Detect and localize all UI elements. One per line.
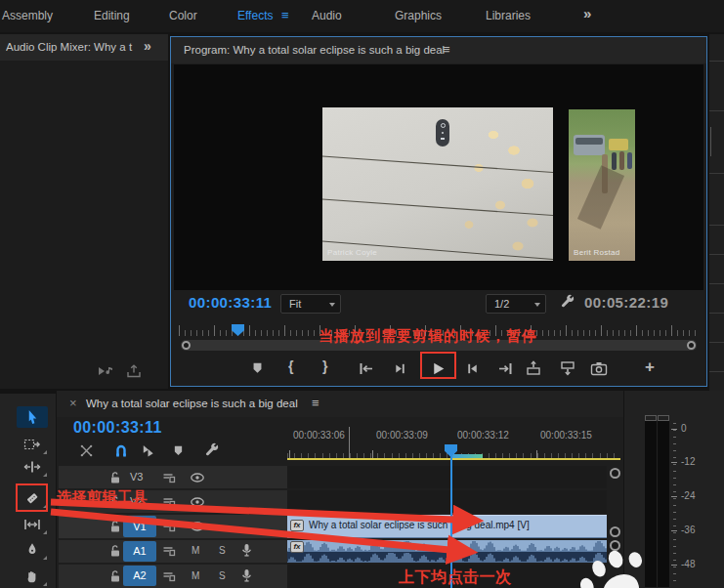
mute-button-a2[interactable]: M (192, 570, 199, 581)
timeline-settings-wrench-icon[interactable] (203, 441, 221, 459)
go-to-in-button[interactable] (353, 357, 378, 380)
timeline-current-timecode[interactable]: 00:00:33:11 (73, 419, 162, 437)
video-frame-left-clip: Patrick Coyle (322, 107, 553, 261)
mark-out-button[interactable]: } (322, 358, 327, 374)
meter-scale-48: -48 (681, 559, 695, 569)
timeline-tab-close-icon[interactable]: × (69, 396, 77, 410)
track-content-v2[interactable] (287, 490, 607, 513)
solo-button-a2[interactable]: S (219, 570, 226, 581)
solo-button-a1[interactable]: S (219, 545, 226, 556)
lock-icon[interactable] (109, 471, 121, 484)
scrollbar-right-handle[interactable] (687, 341, 696, 350)
meter-bar-right (658, 421, 669, 587)
playback-resolution-select[interactable]: 1/2 (486, 294, 546, 314)
linked-selection-icon[interactable] (139, 441, 156, 459)
hand-tool[interactable] (17, 566, 48, 587)
mic-icon[interactable] (240, 568, 253, 583)
van-shape (574, 135, 605, 155)
fx-badge: fx (290, 541, 304, 553)
export-mix-icon[interactable] (124, 363, 144, 379)
track-select-forward-tool[interactable] (17, 434, 48, 455)
selection-arrow-icon (25, 409, 40, 426)
mark-in-button[interactable]: { (288, 358, 293, 374)
track-output-eye-icon[interactable] (190, 496, 205, 508)
nest-toggle-icon[interactable] (77, 441, 95, 459)
extract-button[interactable] (555, 357, 580, 380)
pen-tool[interactable] (17, 539, 48, 561)
workspace-tab-graphics[interactable]: Graphics (395, 9, 442, 22)
zoom-level-value: Fit (289, 298, 301, 310)
timeline-add-marker-icon[interactable] (169, 441, 187, 459)
audio-clip-lower-lane (287, 552, 607, 563)
sync-lock-icon[interactable] (162, 520, 176, 533)
selection-tool[interactable] (17, 406, 48, 428)
workspace-tab-audio[interactable]: Audio (312, 9, 342, 22)
work-area-bar[interactable] (287, 458, 620, 460)
program-tab-title[interactable]: Program: Why a total solar eclipse is su… (184, 44, 445, 56)
program-menu-icon[interactable]: ≡ (443, 42, 450, 57)
track-content-v3[interactable] (287, 466, 607, 488)
workspace-tab-assembly[interactable]: Assembly (2, 9, 53, 22)
sync-lock-icon[interactable] (162, 544, 176, 558)
workspace-bar: Assembly Editing Color Effects ≡ Audio G… (0, 0, 724, 32)
timeline-scroll-handle-top[interactable] (610, 468, 620, 479)
go-to-out-button[interactable] (492, 357, 518, 380)
lift-button[interactable] (521, 357, 546, 380)
program-settings-wrench-icon[interactable] (558, 292, 577, 312)
slip-tool[interactable] (17, 514, 48, 535)
mixer-panel-header: Audio Clip Mixer: Why a t » (0, 34, 168, 61)
left-clip-caption: Patrick Coyle (327, 248, 377, 257)
meter-minor-ticks (673, 423, 676, 585)
play-with-audition-icon[interactable] (97, 363, 116, 379)
mute-button-a1[interactable]: M (192, 545, 199, 556)
mic-icon[interactable] (240, 543, 253, 558)
track-name-v3[interactable]: V3 (130, 471, 143, 483)
workspace-overflow-icon[interactable]: » (583, 5, 591, 21)
ripple-edit-icon (23, 460, 41, 474)
pen-icon (25, 542, 39, 558)
zoom-level-select[interactable]: Fit (280, 294, 341, 314)
track-output-eye-icon[interactable] (190, 521, 205, 532)
video-clip-v1[interactable]: fx Why a total solar eclipse is such a b… (287, 515, 607, 538)
workspace-tab-libraries[interactable]: Libraries (486, 9, 531, 22)
snap-magnet-icon[interactable] (112, 441, 130, 459)
track-target-v1[interactable]: V1 (123, 516, 156, 537)
fx-badge: fx (290, 520, 304, 531)
sync-lock-icon[interactable] (162, 569, 176, 583)
ripple-edit-tool[interactable] (17, 456, 48, 478)
audio-clip-a1[interactable]: fx (287, 540, 607, 563)
track-target-a2[interactable]: A2 (123, 566, 156, 586)
track-select-icon (23, 438, 41, 451)
mixer-overflow-icon[interactable]: » (144, 38, 151, 54)
video-frame-right-clip: Berit Rostad (569, 109, 635, 261)
button-editor-plus[interactable]: + (645, 357, 655, 377)
lock-icon[interactable] (109, 544, 121, 558)
lock-icon[interactable] (109, 569, 121, 583)
play-button[interactable] (425, 357, 450, 380)
sync-lock-icon[interactable] (162, 471, 176, 484)
workspace-tab-color[interactable]: Color (169, 9, 197, 22)
step-back-button[interactable] (387, 357, 412, 380)
timeline-tab-title[interactable]: Why a total solar eclipse is such a big … (86, 398, 298, 409)
sync-lock-icon[interactable] (162, 495, 176, 509)
add-marker-button[interactable] (244, 357, 270, 380)
track-target-a1[interactable]: A1 (123, 541, 156, 562)
slip-icon (23, 518, 41, 531)
razor-tool[interactable] (17, 487, 48, 509)
scrollbar-left-handle[interactable] (182, 341, 191, 350)
program-current-timecode[interactable]: 00:00:33:11 (189, 294, 272, 311)
export-frame-camera-button[interactable] (586, 357, 612, 380)
track-output-eye-icon[interactable] (190, 472, 205, 483)
playback-resolution-value: 1/2 (494, 298, 509, 310)
workspace-tab-effects[interactable]: Effects (237, 9, 273, 22)
track-header-a2: A2 M S (59, 565, 287, 588)
workspace-menu-icon[interactable]: ≡ (281, 8, 289, 22)
step-forward-button[interactable] (459, 357, 485, 380)
timeline-menu-icon[interactable]: ≡ (312, 396, 319, 410)
tools-panel (0, 394, 56, 588)
lock-icon[interactable] (109, 520, 121, 533)
mixer-tab-title[interactable]: Audio Clip Mixer: Why a t (6, 41, 137, 53)
meter-scale-36: -36 (681, 525, 695, 535)
workspace-tab-editing[interactable]: Editing (94, 9, 130, 22)
timeline-scroll-handle-mid[interactable] (610, 526, 620, 537)
